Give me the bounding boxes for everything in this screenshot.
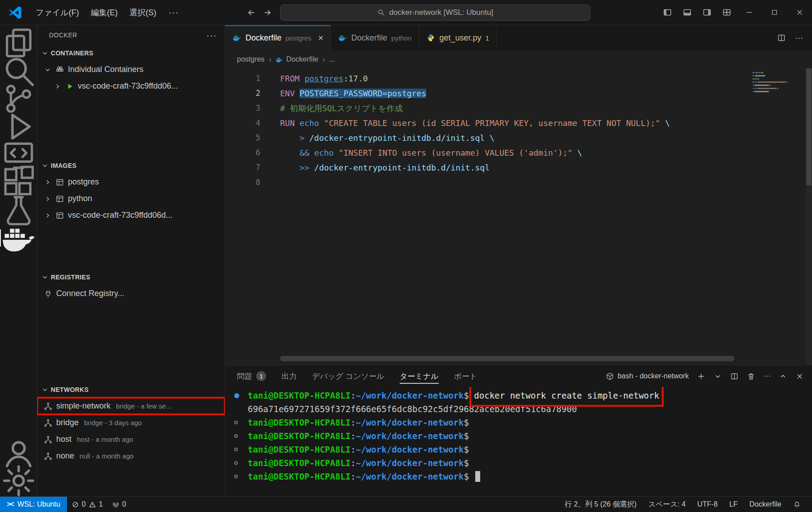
section-header-networks[interactable]: NETWORKS	[37, 382, 225, 398]
code-token: /docker-entrypoint-initdb.d/init.sql	[309, 133, 485, 143]
sidebar-item-individual-containers[interactable]: Individual Containers	[37, 61, 225, 78]
tab-dockerfile[interactable]: Dockerfilepostgres×	[225, 25, 331, 50]
horizontal-scrollbar[interactable]	[280, 356, 734, 361]
code-line-4[interactable]: 4RUN echo "CREATE TABLE users (id SERIAL…	[225, 116, 812, 130]
menu-item-0[interactable]: ファイル(F)	[30, 4, 85, 21]
breadcrumb-item-item[interactable]: ...	[329, 55, 335, 63]
activity-docker[interactable]	[0, 224, 37, 252]
terminal-colon: :	[351, 456, 356, 470]
code-editor[interactable]: 1FROM postgres:17.02ENV POSTGRES_PASSWOR…	[225, 68, 812, 365]
panel-header: 問題1出力デバッグ コンソールターミナルポート bash - docker-ne…	[225, 365, 812, 387]
item-description: bridge - 3 days ago	[84, 419, 142, 427]
eol-indicator[interactable]: LF	[723, 500, 744, 508]
tab-badge: 1	[485, 34, 489, 42]
minimize-button[interactable]	[736, 0, 762, 25]
activity-settings[interactable]	[0, 467, 37, 494]
sidebar-item-host[interactable]: hosthost - a month ago	[37, 431, 225, 448]
sidebar-item-postgres[interactable]: postgres	[37, 174, 225, 190]
code-text: RUN echo "CREATE TABLE users (id SERIAL …	[260, 116, 670, 130]
toggle-panel-icon[interactable]	[677, 0, 697, 25]
editor-column: Dockerfilepostgres×Dockerfilepythonget_u…	[225, 25, 812, 496]
close-panel-icon[interactable]	[795, 372, 804, 381]
ports-indicator[interactable]: 0	[107, 497, 131, 512]
vertical-scrollbar[interactable]	[806, 68, 812, 365]
indentation-indicator[interactable]: スペース: 4	[642, 500, 692, 509]
panel-more-icon[interactable]: ···	[763, 372, 771, 380]
activity-bottom	[0, 439, 37, 494]
line-number: 2	[225, 86, 260, 101]
close-tab-icon[interactable]: ×	[318, 33, 324, 43]
menu-item-1[interactable]: 編集(E)	[85, 4, 124, 21]
panel-tab-item[interactable]: 問題1	[237, 365, 266, 387]
section-header-containers[interactable]: CONTAINERS	[37, 45, 225, 61]
nav-forward-button[interactable]	[259, 4, 276, 21]
toggle-secondary-sidebar-icon[interactable]	[697, 0, 717, 25]
item-label: python	[68, 194, 92, 203]
customize-layout-icon[interactable]	[717, 0, 736, 25]
minimap[interactable]	[753, 72, 802, 97]
section-header-images[interactable]: IMAGES	[37, 157, 225, 174]
notifications-bell[interactable]	[787, 501, 807, 508]
nav-back-button[interactable]	[243, 4, 259, 21]
terminal-dropdown-icon[interactable]	[714, 372, 722, 381]
code-line-7[interactable]: 7 >> /docker-entrypoint-initdb.d/init.sq…	[225, 160, 812, 175]
terminal-line-6: tani@DESKTOP-HCPA8LI:~/work/docker-netwo…	[234, 470, 812, 483]
sidebar-sections: CONTAINERSIndividual Containersvsc-code-…	[37, 45, 225, 496]
menu-item-2[interactable]: 選択(S)	[124, 4, 162, 21]
sidebar-item-vsc-code-craft-73c9ffdd06d[interactable]: vsc-code-craft-73c9ffdd06d...	[37, 207, 225, 224]
code-line-1[interactable]: 1FROM postgres:17.0	[225, 71, 812, 86]
sidebar-header: DOCKER ···	[37, 25, 225, 45]
split-terminal-icon[interactable]	[730, 372, 739, 381]
breadcrumb-item-dockerfile[interactable]: Dockerfile	[276, 55, 318, 63]
tab-title: Dockerfile	[351, 33, 387, 43]
tab-dockerfile[interactable]: Dockerfilepython	[331, 25, 419, 50]
encoding-indicator[interactable]: UTF-8	[692, 500, 723, 508]
vertical-scrollbar-thumb[interactable]	[806, 68, 812, 185]
terminal-prompt-sign: $	[464, 470, 474, 483]
sidebar-item-simple-network[interactable]: simple-networkbridge - a few se...	[37, 398, 225, 414]
maximize-button[interactable]	[762, 0, 787, 25]
code-line-2[interactable]: 2ENV POSTGRES_PASSWORD=postgres	[225, 86, 812, 101]
panel-tab-item[interactable]: デバッグ コンソール	[312, 365, 384, 387]
command-center-search[interactable]: docker-network [WSL: Ubuntu]	[280, 4, 590, 21]
terminal-output[interactable]: tani@DESKTOP-HCPA8LI:~/work/docker-netwo…	[225, 387, 812, 496]
editor-more-icon[interactable]: ···	[795, 33, 803, 43]
split-editor-icon[interactable]	[777, 33, 786, 42]
panel-tab-item[interactable]: 出力	[281, 365, 297, 387]
breadcrumb-item-postgres[interactable]: postgres	[237, 55, 264, 63]
terminal-prompt-sign: $	[464, 456, 474, 470]
sidebar-more-button[interactable]: ···	[206, 30, 217, 40]
sidebar-item-connect-registry[interactable]: Connect Registry...	[37, 285, 225, 302]
code-line-5[interactable]: 5 > /docker-entrypoint-initdb.d/init.sql…	[225, 130, 812, 145]
maximize-panel-icon[interactable]	[779, 372, 787, 381]
panel-tab-item[interactable]: ターミナル	[400, 365, 439, 387]
terminal-cursor	[475, 471, 480, 482]
command-dot	[234, 434, 238, 438]
terminal-instance[interactable]: bash - docker-network	[606, 372, 689, 381]
line-number: 1	[225, 71, 260, 86]
kill-terminal-icon[interactable]	[747, 372, 755, 381]
new-terminal-icon[interactable]	[697, 372, 705, 381]
tab-get-user-py[interactable]: get_user.py1	[419, 25, 496, 50]
code-line-6[interactable]: 6 && echo "INSERT INTO users (username) …	[225, 145, 812, 160]
sidebar-item-vsc-code-craft-73c9ffdd06[interactable]: vsc-code-craft-73c9ffdd06...	[37, 78, 225, 94]
statusbar-right: 行 2、列 5 (26 個選択) スペース: 4 UTF-8 LF Docker…	[559, 500, 812, 509]
section-header-registries[interactable]: REGISTRIES	[37, 269, 225, 285]
sidebar-item-bridge[interactable]: bridgebridge - 3 days ago	[37, 414, 225, 431]
cursor-position[interactable]: 行 2、列 5 (26 個選択)	[559, 500, 642, 509]
language-indicator[interactable]: Dockerfile	[744, 500, 787, 508]
panel-tab-item[interactable]: ポート	[454, 365, 477, 387]
code-line-8[interactable]: 8	[225, 175, 812, 190]
menu-more-button[interactable]: ···	[162, 7, 185, 18]
error-count: 0	[82, 500, 86, 508]
code-token: echo	[314, 148, 339, 157]
toggle-sidebar-icon[interactable]	[657, 0, 677, 25]
code-line-3[interactable]: 3# 初期化用SQLスクリプトを作成	[225, 101, 812, 116]
docker-file-icon	[232, 33, 241, 42]
sidebar-item-python[interactable]: python	[37, 190, 225, 207]
close-button[interactable]	[787, 0, 812, 25]
line-number: 4	[225, 116, 260, 130]
status-bar: >< WSL: Ubuntu 0 1 0 行 2、列 5 (26 個選択) スペ…	[0, 496, 812, 512]
problems-indicator[interactable]: 0 1	[67, 497, 107, 512]
sidebar-item-none[interactable]: nonenull - a month ago	[37, 448, 225, 464]
